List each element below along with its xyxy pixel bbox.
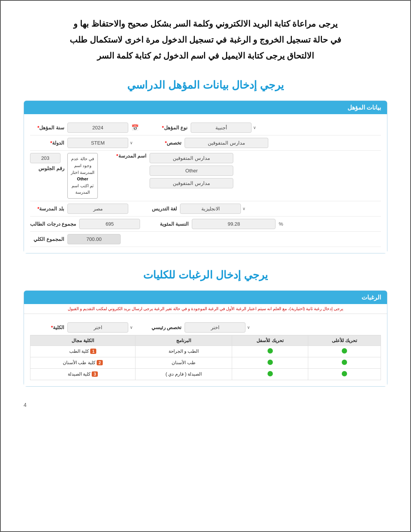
intro-line1: يرجى مراعاة كتابة البريد الالكتروني وكلم… [24,16,387,32]
qual-card: بيانات المؤهل ∨ أجنبية نوع المؤهل* 📅 202… [24,100,387,253]
balda-label: بلد المدرسة* [30,206,64,212]
row2-down[interactable] [232,357,308,368]
qual-row-asm: مدارس المتفوقين Other مدارس المتفوقين اس… [30,151,381,201]
lga-value: الانجليزية [180,204,241,214]
asm-madrasaten-value: مدارس المتفوقين [150,178,233,188]
wishes-card: الرغبات يرجى إدخال رغبة ثانية (اختيارية)… [24,290,387,387]
lga-arrow-icon: ∨ [242,206,245,211]
wishes-note: يرجى إدخال رغبة ثانية (اختيارية)، مع الع… [24,304,387,314]
sana-value: 2024 [67,123,128,133]
row3-down[interactable] [232,368,308,380]
asm-other-value: Other [150,166,233,176]
nisba-label: النسبة المئوية [155,221,189,227]
balda-value: مصر [67,204,128,214]
takhassos-raisi-select[interactable]: ∨ اختر [185,322,250,333]
dot-green-icon [268,360,273,365]
row-num-3: 3 [92,371,98,377]
row-num-1: 1 [90,349,96,354]
qual-row-majmoo-nisba: % 99.28 النسبة المئوية 695 مجموع درجات ا… [30,217,381,232]
sana-label: سنة المؤهل* [30,125,64,131]
majmoo-kulli-label: المجموع الكلي [30,236,64,242]
kuliya-arrow-icon: ∨ [130,325,133,330]
table-row: طب الأسنان 2 كلية طب الأسنان [30,357,381,368]
kuliya-label: الكلية* [30,325,64,330]
dawla-field[interactable]: ∨ STEM [67,138,133,148]
col-college: الكلية مجال [30,335,135,346]
tooltip-line5: المدرسة [71,189,94,196]
wishes-section-title: يرجي إدخال الرغبات للكليات [24,269,387,281]
col-move-up: تحريك للأعلى [308,335,381,346]
qual-row-sana-noe: ∨ أجنبية نوع المؤهل* 📅 2024 سنة المؤهل* [30,120,381,135]
raqm-value: 203 [30,153,61,163]
intro-text: يرجى مراعاة كتابة البريد الالكتروني وكلم… [24,16,387,64]
dawla-label: الدولة* [30,140,64,146]
col-move-down: تحريك للأسفل [232,335,308,346]
lga-label: لغة التدريس [143,206,177,212]
dot-green-icon [342,371,347,376]
wishes-card-body: ∨ اختر تخصص رئيسي ∨ اختر الكلية* تحريك ل… [24,314,387,386]
dot-green-icon [268,348,273,354]
majmoo-value: 695 [79,219,140,229]
tooltip-line2: وجود اسم [71,162,94,169]
wishes-kuliya-row: ∨ اختر تخصص رئيسي ∨ اختر الكلية* [30,320,381,335]
nisba-value: 99.28 [192,219,276,229]
intro-line2: في حالة تسجيل الخروج و الرغبة في تسجيل ا… [24,32,387,48]
noe-muahal-field[interactable]: ∨ أجنبية [191,123,256,133]
row1-down[interactable] [232,346,308,357]
qual-section-title: يرجي إدخال بيانات المؤهل الدراسي [24,79,387,91]
raqm-label: رقم الجلوس [30,166,64,171]
asm-main-value: مدارس المتفوقين [150,153,233,163]
kuliya-value: اختر [67,322,128,333]
tooltip-line4: ثم اكتب اسم [71,183,94,190]
other-tooltip: في حالة عدم وجود اسم المدرسة اختار Other… [67,153,98,199]
table-row: الطب و الجراحة 1 كلية الطب [30,346,381,357]
wishes-table-header-row: تحريك للأعلى تحريك للأسفل البرنامج الكلي… [30,335,381,346]
tooltip-other: Other [71,176,94,183]
dot-green-icon [342,360,347,365]
dawla-value: STEM [67,138,128,148]
kuliya-select[interactable]: ∨ اختر [67,322,133,333]
row1-program: الطب و الجراحة [135,346,232,357]
row2-program: طب الأسنان [135,357,232,368]
tr-value: اختر [185,322,245,333]
tooltip-line1: في حالة عدم [71,156,94,162]
row1-up[interactable] [308,346,381,357]
table-row: الصيدلة ( فارم دي ) 3 كلية الصيدلة [30,368,381,380]
row3-college: 3 كلية الصيدلة [30,368,135,380]
lga-field[interactable]: ∨ الانجليزية [180,204,245,214]
page-number: 4 [24,402,387,408]
dot-green-icon [268,371,273,376]
takhassos-label: تخصص* [147,140,182,146]
row3-up[interactable] [308,368,381,380]
intro-line3: الالتحاق يرجى كتابة الايميل في اسم الدخو… [24,48,387,64]
noe-label: نوع المؤهل* [153,125,188,131]
row1-college: 1 كلية الطب [30,346,135,357]
row2-up[interactable] [308,357,381,368]
tooltip-line3: المدرسة اختار [71,169,94,176]
qual-row-lga: ∨ الانجليزية لغة التدريس مصر بلد المدرسة… [30,201,381,217]
row3-program: الصيدلة ( فارم دي ) [135,368,232,380]
row2-college: 2 كلية طب الأسنان [30,357,135,368]
majmoo-kulli-value: 700.00 [67,234,121,244]
qual-card-body: ∨ أجنبية نوع المؤهل* 📅 2024 سنة المؤهل* … [24,114,387,253]
wishes-card-header: الرغبات [24,291,387,304]
majmoo-label: مجموع درجات الطالب [30,221,76,227]
col-program: البرنامج [135,335,232,346]
noe-value: أجنبية [191,123,252,133]
dot-green-icon [342,348,347,354]
qual-card-header: بيانات المؤهل [24,101,387,114]
calendar-icon: 📅 [131,124,139,131]
wishes-table: تحريك للأعلى تحريك للأسفل البرنامج الكلي… [30,335,381,380]
tr-arrow-icon: ∨ [247,325,250,330]
takhassos-value: مدارس المتفوقين [185,138,268,148]
nisba-unit: % [279,221,283,227]
asm-label: اسم المدرسة* [112,153,147,159]
takhassos-raisi-label: تخصص رئيسي [147,325,182,330]
dawla-arrow-icon: ∨ [130,140,133,145]
qual-row-takh-dawla: مدارس المتفوقين تخصص* ∨ STEM الدولة* [30,135,381,151]
noe-arrow-icon: ∨ [253,125,256,130]
row-num-2: 2 [97,360,103,365]
qual-row-majmoo-kulli: 700.00 المجموع الكلي [30,232,381,247]
